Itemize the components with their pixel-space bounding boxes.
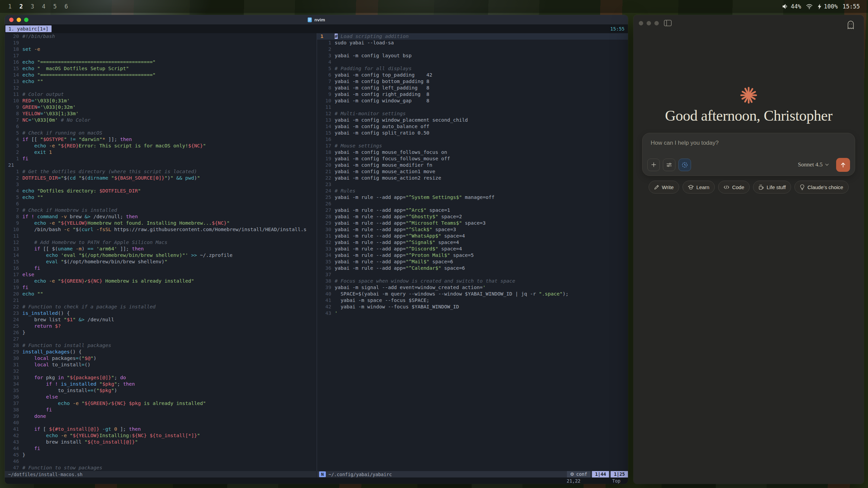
code-line: 6 <box>5 123 317 130</box>
line-number: 34 <box>5 381 22 387</box>
wifi-indicator[interactable] <box>806 4 813 9</box>
graduation-cap-icon <box>688 185 694 190</box>
line-number: 42 <box>5 432 22 439</box>
line-number: 45 <box>5 452 22 458</box>
code-line: 20#!/bin/bash <box>5 33 317 40</box>
line-number: 32 <box>317 239 335 246</box>
scroll-position: Top <box>612 478 620 484</box>
right-file-path: ~/.config/yabai/yabairc <box>329 472 392 477</box>
minimize-button[interactable] <box>647 21 651 25</box>
line-number: 13 <box>317 117 335 123</box>
line-number: 37 <box>5 400 22 407</box>
vim-mode-badge: N <box>319 471 326 477</box>
sidebar-toggle-button[interactable] <box>664 20 672 28</box>
code-line: 19 <box>5 40 317 46</box>
battery-indicator[interactable]: 100% <box>817 3 838 10</box>
code-line: 1sudo yabai --load-sa <box>317 40 628 46</box>
code-line: 3 echo -e "${RED}Error: This script is f… <box>5 143 317 149</box>
model-label: Sonnet 4.5 <box>798 161 823 168</box>
code-line: 32yabai -m rule --add app="^Signal$" spa… <box>317 239 628 246</box>
line-number: 10 <box>5 98 22 104</box>
model-selector[interactable]: Sonnet 4.5 <box>798 161 829 168</box>
line-number: 18 <box>5 46 22 53</box>
line-number: 23 <box>5 310 22 317</box>
menubar-space-5[interactable]: 5 <box>53 3 57 10</box>
claude-window: Good afternoon, Christopher How can I he… <box>633 15 864 484</box>
code-line: 17# Mouse settings <box>317 143 628 149</box>
line-number: 8 <box>317 85 335 91</box>
code-line: 40 SPACE=$(yabai -m query --windows --wi… <box>317 291 628 297</box>
code-line: 12 <box>5 85 317 91</box>
code-line: 3 <box>5 181 317 188</box>
editor-pane-install-script[interactable]: 20#!/bin/bash1918set -e1716echo "=======… <box>5 33 317 471</box>
chip-claudes-choice[interactable]: Claude's choice <box>794 181 848 194</box>
code-line: 14yabai -m config auto_balance off <box>317 123 628 130</box>
chip-learn[interactable]: Learn <box>683 181 715 194</box>
chat-input-placeholder[interactable]: How can I help you today? <box>651 140 718 146</box>
code-line: 35yabai -m rule --add app="^Mail$" space… <box>317 259 628 265</box>
line-number: 15 <box>5 259 22 265</box>
line-number: 6 <box>5 123 22 130</box>
line-number: 1 <box>5 156 22 162</box>
line-number: 4 <box>5 136 22 143</box>
tmux-tab-yabairc[interactable]: 1. yabairc[1+] <box>5 25 52 32</box>
code-line: 24 brew list "$1" &> /dev/null <box>5 317 317 323</box>
code-line: 38# Focus space when window is created a… <box>317 278 628 284</box>
code-line: 23 <box>317 181 628 188</box>
menubar-space-4[interactable]: 4 <box>42 3 45 10</box>
code-line: 9GREEN='\033[0;32m' <box>5 104 317 110</box>
attach-button[interactable] <box>647 159 660 171</box>
volume-indicator[interactable]: 44% <box>782 3 801 10</box>
line-number: 10 <box>317 98 335 104</box>
claude-logo <box>740 87 757 105</box>
tools-button[interactable] <box>663 159 675 171</box>
code-line: 42 echo -e "${YELLOW}Installing:${NC} ${… <box>5 432 317 439</box>
code-line: 25yabai -m rule --add app="^System Setti… <box>317 194 628 201</box>
menubar-space-1[interactable]: 1 <box>8 3 12 10</box>
chip-write[interactable]: Write <box>649 181 679 194</box>
line-number: 18 <box>5 278 22 284</box>
cursor-position: 21,22 <box>567 478 580 484</box>
code-line: 6 <box>5 201 317 207</box>
code-line: 41 yabai -m space --focus $SPACE; <box>317 297 628 304</box>
chat-input-card[interactable]: How can I help you today? Sonnet 4.5 <box>642 133 855 176</box>
extended-thinking-button[interactable] <box>678 159 691 171</box>
line-number: 24 <box>317 188 335 194</box>
code-line: 47# Function to stow packages <box>5 465 317 471</box>
chip-life-stuff[interactable]: Life stuff <box>753 181 791 194</box>
line-number: 25 <box>317 194 335 201</box>
line-number: 18 <box>317 149 335 156</box>
pencil-icon <box>654 185 659 190</box>
line-number: 42 <box>317 304 335 310</box>
close-button[interactable] <box>639 21 643 25</box>
code-line: 29install_packages() { <box>5 349 317 355</box>
line-number: 35 <box>5 387 22 394</box>
menubar-space-2[interactable]: 2 <box>19 3 23 10</box>
code-icon <box>724 185 729 189</box>
zoom-button[interactable] <box>654 21 659 25</box>
code-line: 30yabai -m rule --add app="^Slack$" spac… <box>317 226 628 233</box>
speaker-icon <box>782 4 788 9</box>
menubar-space-6[interactable]: 6 <box>64 3 68 10</box>
code-line: 36 else <box>5 394 317 400</box>
line-number: 11 <box>317 104 335 110</box>
code-line: 14 echo 'eval "$(/opt/homebrew/bin/brew … <box>5 252 317 259</box>
chip-code[interactable]: Code <box>718 181 750 194</box>
terminal-titlebar: nvim <box>5 15 628 24</box>
line-number: 7 <box>5 207 22 214</box>
editor-pane-yabairc[interactable]: 1# Load scripting addition1sudo yabai --… <box>317 33 628 471</box>
code-line: 2DOTFILES_DIR="$(cd "$(dirname "${BASH_S… <box>5 175 317 181</box>
code-line: 15echo " macOS Dotfiles Setup Script" <box>5 65 317 72</box>
line-number: 12 <box>5 85 22 91</box>
line-number: 14 <box>5 72 22 78</box>
menubar-space-3[interactable]: 3 <box>31 3 34 10</box>
line-number: 26 <box>317 201 335 207</box>
line-number: 17 <box>317 143 335 149</box>
code-line: 46 <box>5 458 317 465</box>
send-button[interactable] <box>836 158 850 172</box>
incognito-chat-button[interactable] <box>846 20 855 31</box>
line-number: 41 <box>317 297 335 304</box>
inactive-traffic-lights[interactable] <box>639 21 659 25</box>
line-number: 13 <box>5 78 22 85</box>
line-number: 9 <box>317 91 335 98</box>
